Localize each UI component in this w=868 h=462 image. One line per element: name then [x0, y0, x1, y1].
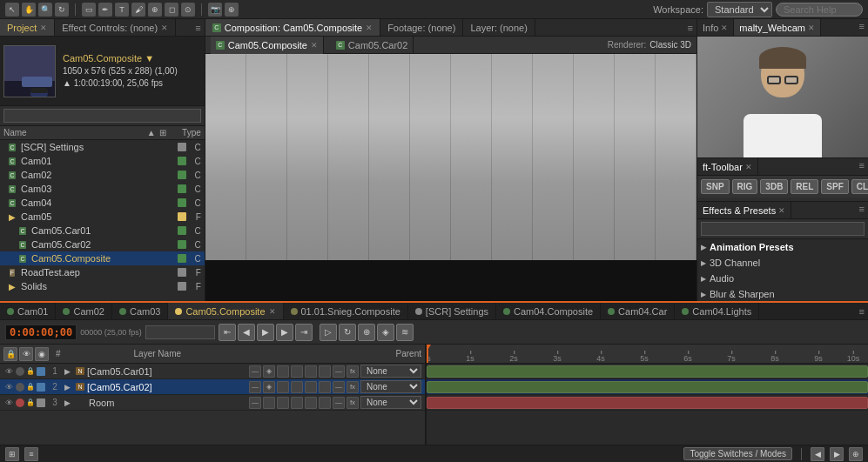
effects-panel-menu[interactable]: ≡ [856, 202, 868, 218]
layer-visibility-3[interactable]: 👁 [3, 398, 14, 408]
btn-next-frame[interactable]: ▶ [276, 324, 293, 341]
tool-arrow[interactable]: ↖ [5, 3, 19, 17]
tool-eraser[interactable]: ◻ [165, 3, 178, 17]
cam05-car02-tab[interactable]: C Cam05.Car02 [331, 37, 414, 54]
tool-puppet[interactable]: ⊙ [181, 3, 195, 17]
switch-shy[interactable]: — [249, 397, 261, 409]
list-item[interactable]: C Cam01 C [0, 154, 205, 168]
tool-camera[interactable]: 📷 [208, 3, 222, 17]
toggle-switches-btn[interactable]: Toggle Switches / Modes [683, 447, 792, 460]
switch-3d[interactable] [277, 397, 289, 409]
timeline-panel-menu[interactable]: ≡ [856, 305, 868, 318]
btn-loop[interactable]: ↻ [339, 324, 356, 341]
comp-tab-close[interactable]: ✕ [366, 23, 373, 32]
list-item[interactable]: ▶ Solids F [0, 279, 205, 293]
switch-mode[interactable]: fx [347, 365, 359, 378]
tool-hand[interactable]: ✋ [22, 3, 36, 17]
switch-collapse[interactable]: ◈ [263, 381, 275, 393]
btn-draft[interactable]: ◈ [377, 324, 394, 341]
btn-last-frame[interactable]: ⇥ [295, 324, 313, 341]
scroll-left[interactable]: ◀ [811, 447, 824, 461]
list-item[interactable]: C Cam02 C [0, 168, 205, 182]
tab-cam05-close[interactable]: ✕ [269, 307, 276, 316]
tab-footage[interactable]: Footage: (none) [380, 19, 463, 36]
switch-3d[interactable] [277, 381, 289, 393]
list-item[interactable]: C Cam04 C [0, 196, 205, 210]
switch-effect[interactable] [291, 381, 303, 393]
list-item[interactable]: C [SCR] Settings C [0, 140, 205, 154]
timeline-tab-cam04comp[interactable]: Cam04.Composite [496, 303, 601, 319]
layer-visibility-2[interactable]: 👁 [3, 382, 14, 392]
switch-mode[interactable]: fx [347, 397, 359, 409]
tool-rect[interactable]: ▭ [82, 3, 96, 17]
tab-project[interactable]: Project ✕ [0, 19, 55, 36]
switch-collapse[interactable]: ◈ [263, 365, 275, 378]
switch-adj[interactable]: — [333, 381, 345, 393]
btn-spf[interactable]: SPF [821, 179, 848, 194]
timeline-tab-scr[interactable]: [SCR] Settings [408, 303, 496, 319]
switch-frame-blend[interactable] [305, 381, 317, 393]
zoom-timeline[interactable]: ⊕ [849, 447, 863, 461]
switch-motion-blur[interactable] [319, 365, 331, 378]
list-item[interactable]: C Cam05.Car02 C [0, 238, 205, 251]
tab-effect-close[interactable]: ✕ [161, 23, 168, 32]
effects-search-input[interactable] [701, 222, 865, 236]
cam05-tab-close[interactable]: ✕ [311, 41, 318, 50]
effects-item-blur[interactable]: ▶ Blur & Sharpen [697, 286, 868, 302]
switch-mode[interactable]: fx [347, 381, 359, 393]
switch-effect[interactable] [291, 397, 303, 409]
btn-cls[interactable]: CLS [851, 179, 868, 194]
timeline-search[interactable] [145, 325, 215, 339]
layer-row-3[interactable]: 👁 🔒 3 ▶ Room — — [0, 395, 425, 411]
timeline-tab-cam04car[interactable]: Cam04.Car [601, 303, 675, 319]
expand-btn[interactable]: ⊞ [5, 447, 19, 461]
btn-ram-preview[interactable]: ▷ [320, 324, 337, 341]
scroll-right[interactable]: ▶ [830, 447, 844, 461]
btn-rel[interactable]: REL [791, 179, 818, 194]
timeline-tab-cam02[interactable]: Cam02 [56, 303, 111, 319]
layer-solo-2[interactable] [16, 383, 24, 392]
switch-motion-blur[interactable] [319, 397, 331, 409]
tab-effect-controls[interactable]: Effect Controls: (none) ✕ [55, 19, 176, 36]
effects-tab-close[interactable]: ✕ [778, 206, 785, 215]
layer-lock-1[interactable]: 🔒 [26, 367, 35, 376]
btn-prev-frame[interactable]: ◀ [238, 324, 255, 341]
tool-zoom[interactable]: 🔍 [38, 3, 52, 17]
layer-expand-2[interactable]: ▶ [64, 383, 73, 392]
timeline-tab-cam04lights[interactable]: Cam04.Lights [675, 303, 759, 319]
webcam-tab-close[interactable]: ✕ [808, 23, 815, 32]
switch-shy[interactable]: — [249, 381, 261, 393]
tab-project-close[interactable]: ✕ [40, 23, 47, 32]
btn-first-frame[interactable]: ⇤ [219, 324, 236, 341]
hide-all-btn[interactable]: 👁 [19, 347, 33, 361]
btn-rig[interactable]: RIG [732, 179, 758, 194]
list-item[interactable]: C Cam03 C [0, 182, 205, 196]
tool-clone[interactable]: ⊕ [148, 3, 162, 17]
btn-render[interactable]: ⊕ [358, 324, 375, 341]
lock-all-btn[interactable]: 🔒 [3, 347, 17, 361]
effects-item-audio[interactable]: ▶ Audio [697, 271, 868, 286]
tool-rotate[interactable]: ↻ [55, 3, 69, 17]
layer-parent-1[interactable]: None [360, 365, 421, 378]
layer-row-2[interactable]: 👁 🔒 2 ▶ N [Cam05.Car02] — ◈ [0, 379, 425, 395]
layer-row-1[interactable]: 👁 🔒 1 ▶ N [Cam05.Car01] — ◈ [0, 364, 425, 379]
switch-collapse[interactable] [263, 397, 275, 409]
timeline-tab-cam01[interactable]: Cam01 [0, 303, 56, 319]
search-input[interactable] [776, 3, 863, 17]
switch-3d[interactable] [277, 365, 289, 378]
panel-menu-btn[interactable]: ≡ [192, 21, 204, 35]
list-item[interactable]: C Cam05.Car01 C [0, 224, 205, 238]
project-search-input[interactable] [3, 109, 201, 123]
timeline-tab-cam03[interactable]: Cam03 [112, 303, 168, 319]
list-item[interactable]: ▶ Cam05 F [0, 210, 205, 224]
tab-ft-toolbar[interactable]: ft-Toolbar ✕ [697, 158, 758, 175]
tool-pen[interactable]: ✒ [98, 3, 112, 17]
ft-panel-menu[interactable]: ≡ [856, 158, 868, 175]
tab-effects[interactable]: Effects & Presets ✕ [697, 202, 791, 218]
effects-item-animation[interactable]: ▶ Animation Presets [697, 239, 868, 255]
switch-frame-blend[interactable] [305, 365, 317, 378]
layer-parent-2[interactable]: None [360, 380, 421, 393]
list-item-selected[interactable]: C Cam05.Composite C [0, 251, 205, 265]
tab-webcam[interactable]: malty_Webcam ✕ [734, 19, 821, 36]
btn-motion-blur[interactable]: ≋ [396, 324, 414, 341]
